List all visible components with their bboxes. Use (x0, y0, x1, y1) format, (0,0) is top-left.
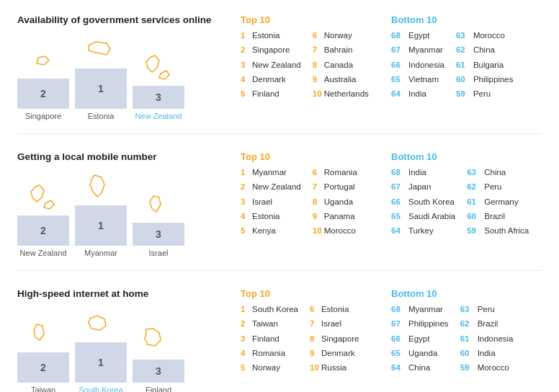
section-internet-podium-label-3: Finland (146, 386, 171, 392)
section-government-title: Availability of government services onli… (17, 14, 241, 25)
list-item: 59South Africa (467, 225, 529, 237)
list-rank: 9 (313, 210, 324, 223)
list-country: Uganda (324, 196, 353, 208)
section-internet-podium-label-1: South Korea (79, 386, 122, 392)
list-country: Panama (324, 210, 355, 223)
section-internet-right-panel: Top 101South Korea2Taiwan3Finland4Romani… (241, 288, 542, 392)
list-rank: 2 (241, 181, 252, 193)
list-rank-bottom: 63 (460, 303, 478, 316)
list-item: 6Romania (313, 166, 357, 179)
list-country: Netherlands (324, 88, 369, 100)
list-rank-bottom: 65 (391, 74, 408, 86)
list-rank: 10 (310, 362, 321, 374)
list-rank: 9 (313, 74, 324, 86)
list-country: Taiwan (252, 318, 278, 330)
list-rank: 8 (313, 59, 324, 71)
list-rank-bottom: 63 (456, 30, 473, 42)
section-internet-podium: 2Taiwan1South Korea3Finland (17, 306, 241, 392)
list-country-bottom: Peru (478, 303, 495, 316)
list-country-bottom: Myanmar (408, 303, 443, 316)
list-country: New Zealand (252, 59, 301, 71)
section-mobile-bottom10-group: Bottom 1068India67Japan66South Korea65Sa… (391, 151, 542, 257)
section-internet-bottom10-header: Bottom 10 (391, 288, 542, 299)
list-rank-bottom: 62 (456, 44, 473, 56)
list-country: Norway (324, 30, 352, 42)
section-government-podium-1: 1Estonia (75, 32, 127, 120)
list-rank-bottom: 63 (467, 166, 484, 179)
list-item: 1Estonia (241, 30, 301, 42)
section-internet-bottom10-col-1: 68Myanmar67Philippines66Egypt65Uganda64C… (391, 303, 449, 376)
section-mobile-bottom10-cols: 68India67Japan66South Korea65Saudi Arabi… (391, 166, 542, 239)
list-item: 10Morocco (313, 225, 357, 237)
list-item: 10Netherlands (313, 88, 369, 100)
list-item: 68Egypt (391, 30, 444, 42)
section-internet-top10-col-1: 1South Korea2Taiwan3Finland4Romania5Norw… (241, 303, 298, 376)
list-rank-bottom: 68 (391, 166, 408, 179)
list-item: 2New Zealand (241, 181, 301, 193)
section-government-podium-3: 3New Zealand (133, 50, 184, 120)
section-government-podium-label-3: New Zealand (135, 112, 182, 120)
section-mobile-podium-label-2: New Zealand (20, 249, 67, 257)
list-rank-bottom: 61 (456, 59, 473, 71)
list-country: Myanmar (252, 166, 287, 179)
list-country-bottom: Peru (484, 181, 501, 193)
list-item: 8Uganda (313, 196, 357, 208)
list-rank: 7 (313, 181, 324, 193)
list-country: Portugal (324, 181, 355, 193)
list-country-bottom: South Korea (408, 196, 455, 208)
list-rank-bottom: 64 (391, 362, 408, 374)
list-item: 66Indonesia (391, 59, 444, 71)
section-mobile-top10-cols: 1Myanmar2New Zealand3Israel4Estonia5Keny… (241, 166, 391, 239)
list-item: 62Brazil (460, 318, 514, 330)
section-government-top10-group: Top 101Estonia2Singapore3New Zealand4Den… (241, 14, 391, 120)
section-mobile-map-2 (17, 179, 69, 215)
list-item: 9Denmark (310, 347, 359, 360)
section-government-bottom10-col-2: 63Morocco62China61Bulgaria60Philippines5… (456, 30, 514, 102)
list-rank: 1 (241, 30, 252, 42)
list-country-bottom: Myanmar (408, 44, 443, 56)
list-country-bottom: Indonesia (478, 333, 514, 345)
section-mobile-right-panel: Top 101Myanmar2New Zealand3Israel4Estoni… (241, 151, 542, 257)
list-country: Denmark (252, 74, 286, 86)
section-internet-podium-1: 1South Korea (75, 306, 127, 392)
list-item: 65Saudi Arabia (391, 210, 455, 223)
list-country: Australia (324, 74, 357, 86)
list-item: 64China (391, 362, 449, 374)
list-country-bottom: Philippines (408, 318, 449, 330)
list-item: 59Peru (456, 88, 514, 100)
section-mobile-bottom10-col-2: 63China62Peru61Germany60Brazil59South Af… (467, 166, 529, 239)
list-country-bottom: Indonesia (408, 59, 444, 71)
section-mobile-podium-3: 3Israel (133, 187, 184, 257)
section-mobile-podium: 2New Zealand1Myanmar3Israel (17, 169, 241, 257)
list-country-bottom: Bulgaria (473, 59, 504, 71)
list-country-bottom: India (408, 88, 426, 100)
list-country-bottom: Egypt (408, 30, 429, 42)
section-mobile-top10-header: Top 10 (241, 151, 391, 162)
list-rank-bottom: 64 (391, 88, 408, 100)
list-rank-bottom: 59 (456, 88, 473, 100)
section-internet-bar-1: 1 (75, 342, 127, 383)
list-rank: 8 (313, 196, 324, 208)
list-country-bottom: India (408, 166, 426, 179)
list-item: 59Morocco (460, 362, 514, 374)
list-item: 10Russia (310, 362, 359, 374)
list-rank: 1 (241, 303, 252, 316)
list-rank-bottom: 61 (467, 196, 484, 208)
list-rank: 6 (310, 303, 321, 316)
list-country-bottom: China (484, 166, 506, 179)
list-rank: 4 (241, 74, 252, 86)
list-item: 63Morocco (456, 30, 514, 42)
list-item: 61Indonesia (460, 333, 514, 345)
list-rank: 2 (241, 318, 252, 330)
list-rank: 10 (313, 88, 324, 100)
list-rank-bottom: 68 (391, 30, 408, 42)
list-item: 2Singapore (241, 44, 301, 56)
list-country: Romania (324, 166, 357, 179)
section-internet-map-3 (133, 324, 184, 360)
list-item: 5Kenya (241, 225, 301, 237)
list-country-bottom: Brazil (478, 318, 498, 330)
section-mobile-bottom10-col-1: 68India67Japan66South Korea65Saudi Arabi… (391, 166, 455, 239)
list-rank: 4 (241, 210, 252, 223)
list-rank: 10 (313, 225, 324, 237)
section-internet-podium-label-2: Taiwan (31, 386, 55, 392)
